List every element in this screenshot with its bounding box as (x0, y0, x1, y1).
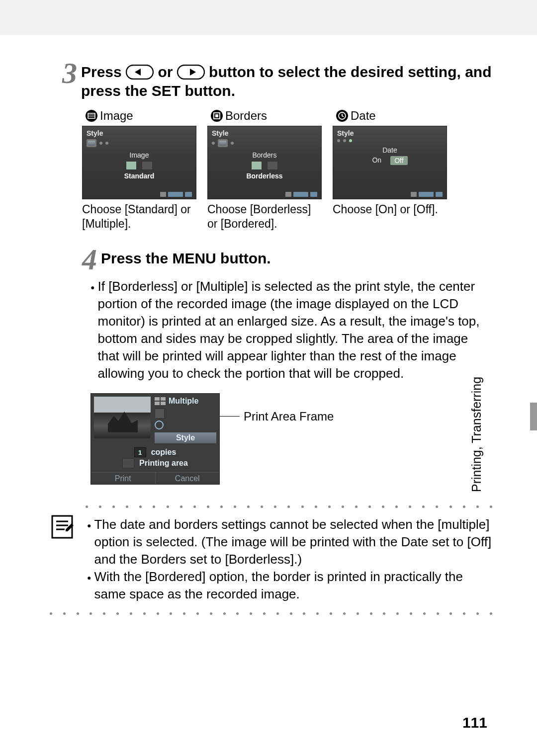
lcd-multiple-text: Multiple (169, 397, 198, 406)
side-tab-label: Printing, Transferring (469, 377, 484, 492)
side-tab: Printing, Transferring (521, 403, 537, 547)
step-4-body: If [Borderless] or [Multiple] is selecte… (90, 278, 492, 383)
thumb-borders-label: Borders (210, 109, 322, 123)
thumb-date-label: Date (336, 109, 447, 123)
thumb-image-label: Image (85, 109, 196, 123)
note-bullet-1-text: The date and borders settings cannot be … (94, 516, 492, 568)
print-area-frame-label: Print Area Frame (244, 410, 334, 423)
step-4-bullet-text: If [Borderless] or [Multiple] is selecte… (97, 278, 492, 383)
lcd-borders: Style Borders Borderless (207, 126, 322, 199)
lcd-borders-value: Borderless (212, 172, 317, 180)
date-icon (336, 109, 349, 122)
step-3-number: 3 (50, 60, 77, 86)
lcd-date-off: Off (390, 156, 407, 165)
step-3-title-a: Press (81, 64, 126, 80)
svg-marker-1 (135, 69, 141, 76)
lcd-cancel-btn: Cancel (155, 472, 220, 484)
right-button-icon (177, 65, 205, 80)
thumb-date: Date Style Date On Off Choose [On] or [O… (333, 109, 447, 231)
side-tab-marker (530, 403, 537, 430)
lcd-clock-row (155, 420, 216, 429)
svg-rect-10 (215, 114, 218, 117)
page-number: 111 (462, 714, 487, 731)
lcd-copies-count: 1 (134, 447, 146, 457)
lcd-date-icons (337, 139, 443, 142)
lcd-border-row (155, 409, 216, 419)
leader-line (220, 416, 240, 417)
thumb-borders: Borders Style Borders Borderless Choose … (207, 109, 322, 231)
thumb-image: Image Style Image Standard Choose [Stand… (82, 109, 196, 231)
lcd-borders-top: Style (212, 129, 317, 137)
lcd-date-top: Style (337, 129, 443, 137)
thumb-date-label-text: Date (351, 109, 376, 123)
page: 3 Press or button to select the desired … (0, 0, 537, 756)
grid-icon (155, 397, 166, 405)
note-icon (51, 514, 74, 539)
svg-point-4 (86, 110, 97, 122)
note-bullet-2: With the [Bordered] option, the border i… (87, 568, 492, 603)
lcd-date-on: On (372, 156, 381, 165)
thumb-borders-caption: Choose [Borderless] or [Bordered]. (207, 202, 322, 231)
lcd-borders-heading: Borders (212, 151, 317, 159)
lcd-date-heading: Date (337, 146, 443, 154)
lcd-printing-area-label: Printing area (139, 459, 188, 468)
note-bullet-2-text: With the [Bordered] option, the border i… (94, 568, 492, 603)
thumb-image-label-text: Image (100, 109, 133, 123)
lcd-borders-icons (212, 139, 317, 147)
thumb-date-caption: Choose [On] or [Off]. (333, 202, 447, 217)
lcd-footer: Print Cancel (91, 472, 219, 484)
top-bar (0, 0, 537, 35)
step-4-title: Press the MENU button. (101, 246, 271, 268)
lcd-multiple-row: Multiple (155, 397, 216, 406)
lcd-copies-label: copies (151, 448, 177, 457)
lcd-image-icons (87, 139, 192, 147)
note-content: The date and borders settings cannot be … (87, 508, 492, 603)
thumb-borders-label-text: Borders (225, 109, 267, 123)
left-button-icon (126, 65, 154, 80)
lcd-image-value: Standard (87, 172, 192, 180)
step-4: 4 Press the MENU button. (50, 246, 492, 273)
note-box: The date and borders settings cannot be … (50, 505, 492, 614)
lcd-lower: 1 copies Printing area (94, 447, 216, 468)
lcd-print-btn: Print (91, 472, 155, 484)
borders-icon (210, 109, 223, 122)
thumb-image-caption: Choose [Standard] or [Multiple]. (82, 202, 196, 231)
image-icon (85, 109, 98, 122)
step-4-number: 4 (70, 246, 97, 273)
lcd-style-bar: Style (155, 432, 216, 443)
step-3-title-b: or (158, 64, 177, 80)
print-area-figure: Multiple Style 1 copies Printing area Pr… (90, 393, 492, 485)
print-area-lcd: Multiple Style 1 copies Printing area Pr… (90, 393, 220, 485)
step-4-bullet: If [Borderless] or [Multiple] is selecte… (90, 278, 492, 383)
note-bullet-1: The date and borders settings cannot be … (87, 516, 492, 568)
style-thumbnails: Image Style Image Standard Choose [Stand… (82, 109, 492, 231)
lcd-image-top: Style (87, 129, 192, 137)
lcd-date: Style Date On Off (333, 126, 447, 199)
step-3: 3 Press or button to select the desired … (50, 60, 492, 100)
lcd-image: Style Image Standard (82, 126, 196, 199)
svg-marker-3 (190, 69, 196, 76)
print-area-photo (94, 397, 151, 438)
note-dots-bottom (50, 612, 492, 615)
step-3-title: Press or button to select the desired se… (81, 60, 492, 100)
lcd-image-heading: Image (87, 151, 192, 159)
